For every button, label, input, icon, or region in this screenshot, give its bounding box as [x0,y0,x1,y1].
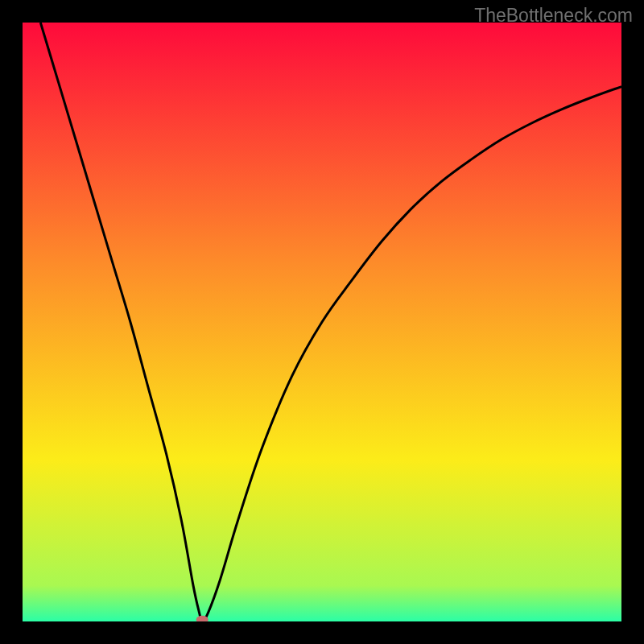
chart-frame [23,23,621,621]
chart-svg [23,23,621,621]
watermark-text: TheBottleneck.com [474,5,633,27]
